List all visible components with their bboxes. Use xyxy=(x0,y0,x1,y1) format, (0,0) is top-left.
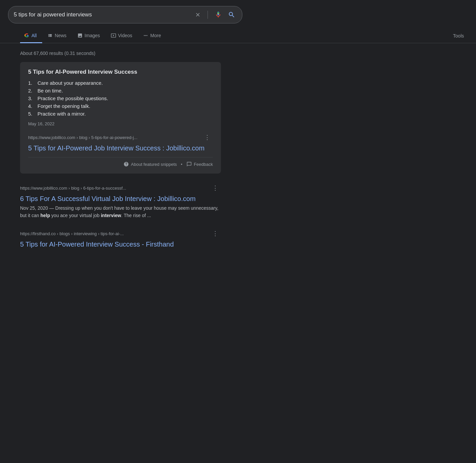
snippet-footer: About featured snippets • Feedback xyxy=(28,157,213,167)
about-snippets-label: About featured snippets xyxy=(131,162,177,167)
about-snippets-item[interactable]: About featured snippets xyxy=(124,161,177,167)
more-dots-icon xyxy=(143,33,148,38)
result1-more-options-button[interactable]: ⋮ xyxy=(210,183,221,193)
result2-url: https://firsthand.co › blogs › interview… xyxy=(20,231,210,236)
voice-search-button[interactable] xyxy=(213,10,223,20)
snippet-list: 1. Care about your appearance. 2. Be on … xyxy=(28,80,213,117)
snippet-title: 5 Tips for AI-Powered Interview Success xyxy=(28,69,213,75)
results-count: About 67,600 results (0.31 seconds) xyxy=(20,51,221,56)
clear-icon xyxy=(195,12,201,18)
result1-url-row: https://www.jobillico.com › blog › 6-tip… xyxy=(20,183,221,193)
tab-news[interactable]: News xyxy=(44,29,72,43)
search-bar-icons xyxy=(193,10,237,20)
clear-button[interactable] xyxy=(193,10,202,19)
tab-images[interactable]: Images xyxy=(73,29,105,43)
result1-link[interactable]: 6 Tips For A Successful Virtual Job Inte… xyxy=(20,194,221,203)
tab-more[interactable]: More xyxy=(139,29,166,43)
search-input[interactable] xyxy=(14,11,193,18)
tab-more-label: More xyxy=(150,33,161,38)
tab-tools[interactable]: Tools xyxy=(449,30,468,43)
search-result-2: https://firsthand.co › blogs › interview… xyxy=(20,228,221,249)
nav-tabs: All News Images Videos More Tools xyxy=(0,26,476,43)
news-icon xyxy=(48,33,53,38)
tab-videos-label: Videos xyxy=(118,33,133,38)
feedback-item[interactable]: Feedback xyxy=(186,161,213,167)
videos-icon xyxy=(111,33,116,38)
list-item: 5. Practice with a mirror. xyxy=(28,111,213,117)
list-item: 4. Forget the opening talk. xyxy=(28,103,213,109)
result-link[interactable]: 5 Tips for AI-Powered Job Interview Succ… xyxy=(28,144,213,152)
dot-separator: • xyxy=(181,162,182,167)
result2-link[interactable]: 5 Tips for AI-Powered Interview Success … xyxy=(20,240,221,249)
result1-url: https://www.jobillico.com › blog › 6-tip… xyxy=(20,186,210,191)
source-url: https://www.jobillico.com › blog › 5-tip… xyxy=(28,135,202,140)
featured-snippet: 5 Tips for AI-Powered Interview Success … xyxy=(20,62,221,174)
result2-more-options-button[interactable]: ⋮ xyxy=(210,228,221,239)
google-icon xyxy=(24,33,29,38)
tab-all[interactable]: All xyxy=(20,29,42,43)
list-item: 1. Care about your appearance. xyxy=(28,80,213,86)
list-item: 2. Be on time. xyxy=(28,88,213,93)
snippet-date: May 16, 2022 xyxy=(28,121,213,126)
search-bar-container xyxy=(0,0,476,23)
search-button[interactable] xyxy=(227,10,237,20)
search-divider xyxy=(208,11,208,19)
help-icon xyxy=(124,161,129,167)
list-item: 3. Practice the possible questions. xyxy=(28,95,213,101)
search-result-1: https://www.jobillico.com › blog › 6-tip… xyxy=(20,183,221,219)
more-options-button[interactable]: ⋮ xyxy=(202,132,213,142)
search-icon xyxy=(228,11,235,18)
search-bar xyxy=(8,6,242,23)
feedback-label: Feedback xyxy=(194,162,213,167)
result1-snippet: Nov 25, 2020 — Dressing up when you don'… xyxy=(20,204,221,219)
feedback-icon xyxy=(186,161,192,167)
tab-videos[interactable]: Videos xyxy=(107,29,138,43)
tab-images-label: Images xyxy=(85,33,100,38)
main-content: About 67,600 results (0.31 seconds) 5 Ti… xyxy=(0,43,241,254)
source-url-row: https://www.jobillico.com › blog › 5-tip… xyxy=(28,132,213,142)
images-icon xyxy=(77,33,83,38)
result2-url-row: https://firsthand.co › blogs › interview… xyxy=(20,228,221,239)
tab-all-label: All xyxy=(31,33,37,38)
tools-label: Tools xyxy=(453,33,464,39)
microphone-icon xyxy=(215,11,222,18)
tab-news-label: News xyxy=(55,33,67,38)
